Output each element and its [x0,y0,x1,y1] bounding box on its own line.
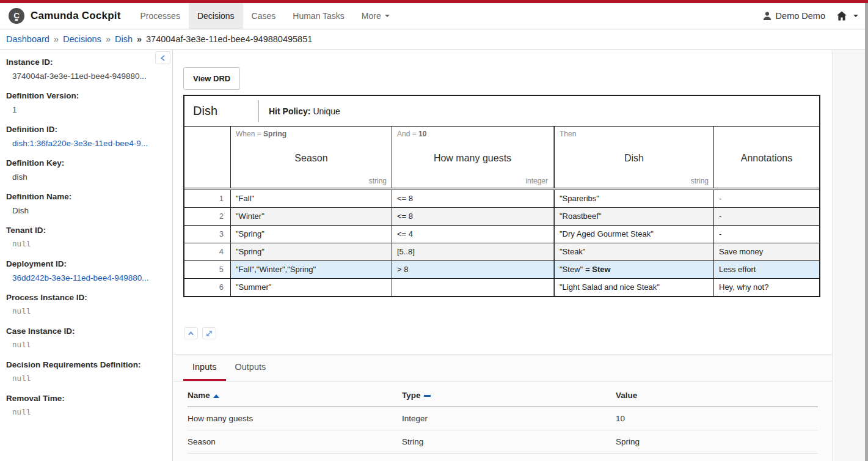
input-value: Spring [616,430,818,454]
tab-outputs[interactable]: Outputs [226,355,275,381]
rule-annotation: Hey, why not? [713,279,819,296]
field-label: Definition Key: [6,157,162,169]
breadcrumb-separator: » [106,34,111,44]
rule-guests: <= 4 [392,226,553,243]
field-process-instance-id: Process Instance ID: null [6,292,162,317]
field-value: null [6,306,162,317]
breadcrumb-separator: » [54,34,59,44]
input-value: 10 [616,407,818,430]
main-nav: Processes Decisions Cases Human Tasks Mo… [132,3,398,29]
nav-decisions[interactable]: Decisions [189,3,243,29]
rule-number: 3 [184,226,230,243]
rule-annotation: Save money [713,243,819,260]
dmn-column-headers: When = Spring Season string And = 10 How… [184,127,819,188]
breadcrumb-dashboard[interactable]: Dashboard [6,34,49,44]
home-menu[interactable] [836,11,858,21]
rule-dish: "Light Salad and nice Steak" [553,279,713,296]
dmn-annotations-header: Annotations [713,127,819,188]
app-title: Camunda Cockpit [31,10,121,22]
field-label: Instance ID: [6,56,162,68]
field-definition-key: Definition Key: dish [6,157,162,183]
output-clause: Then [560,130,576,138]
dmn-rule-row: 1 "Fall" <= 8 "Spareribs" - [184,190,819,207]
user-icon [762,11,772,21]
nav-more[interactable]: More [353,3,398,29]
svg-text:C: C [13,11,20,20]
brand[interactable]: C Camunda Cockpit [0,3,132,29]
breadcrumb: Dashboard » Decisions » Dish » 374004af-… [0,29,868,50]
field-label: Removal Time: [6,393,162,404]
caret-down-icon [853,15,858,17]
field-case-instance-id: Case Instance ID: null [6,325,162,351]
main-content: View DRD Dish Hit Policy:Unique When = S… [173,50,832,461]
vertical-scrollbar[interactable] [865,3,868,461]
field-definition-name: Definition Name: Dish [6,191,162,216]
divider [258,100,259,122]
sort-ascending-icon [213,394,219,398]
input-row: How many guests Integer 10 [188,407,818,430]
deployment-id-link[interactable]: 36dd242b-3e3e-11ed-bee4-949880... [6,273,162,284]
panel-expand-button[interactable] [202,327,216,339]
field-value: dish [6,172,162,183]
rule-number: 5 [184,261,230,278]
dmn-table-header: Dish Hit Policy:Unique [184,96,819,127]
field-value: Dish [6,205,162,216]
dmn-rule-row: 6 "Summer" "Light Salad and nice Steak" … [184,278,819,296]
field-label: Case Instance ID: [6,325,162,337]
definition-id-link[interactable]: dish:1:36fa220e-3e3e-11ed-bee4-9... [6,138,162,149]
field-definition-version: Definition Version: 1 [6,90,162,116]
breadcrumb-current-id: 374004af-3e3e-11ed-bee4-949880495851 [146,34,312,44]
rule-guests: > 8 [392,261,553,278]
hit-policy-label: Hit Policy: [269,106,310,116]
right-gutter [832,50,868,461]
sidebar-collapse-button[interactable] [155,51,170,64]
column-header-type[interactable]: Type [402,382,616,407]
column-header-label: Name [188,391,210,400]
field-value: 1 [6,105,162,116]
column-header-name[interactable]: Name [188,382,402,407]
rule-number: 1 [184,190,230,207]
user-menu[interactable]: Demo Demo [762,11,825,21]
rule-season: "Fall" [230,190,392,207]
view-drd-button[interactable]: View DRD [183,67,240,90]
panel-collapse-button[interactable] [184,327,198,339]
rule-guests [392,279,553,296]
field-label: Definition Name: [6,191,162,202]
field-decision-requirements-definition: Decision Requirements Definition: null [6,359,162,385]
field-value: null [6,239,162,250]
io-panel: Inputs Outputs Name Type Value [173,354,832,461]
rule-dish: "Spareribs" [553,190,713,207]
rule-number: 6 [184,279,230,296]
rule-season: "Fall","Winter","Spring" [230,261,392,278]
chevron-up-icon [187,330,195,337]
rule-dish: "Dry Aged Gourmet Steak" [553,226,713,243]
expand-icon [205,330,213,337]
rule-annotation: - [713,208,819,225]
tab-inputs[interactable]: Inputs [183,355,226,381]
breadcrumb-decisions[interactable]: Decisions [63,34,101,44]
rule-season: "Spring" [230,226,392,243]
field-label: Tenant ID: [6,224,162,236]
nav-human-tasks[interactable]: Human Tasks [284,3,353,29]
dmn-rule-row: 3 "Spring" <= 4 "Dry Aged Gourmet Steak"… [184,225,819,243]
chevron-left-icon [159,54,167,62]
dmn-rules: 1 "Fall" <= 8 "Spareribs" - 2 "Winter" <… [184,190,819,296]
field-deployment-id: Deployment ID: 36dd242b-3e3e-11ed-bee4-9… [6,258,162,284]
home-icon [836,11,847,21]
field-label: Deployment ID: [6,258,162,270]
field-definition-id: Definition ID: dish:1:36fa220e-3e3e-11ed… [6,124,162,149]
breadcrumb-dish[interactable]: Dish [115,34,133,44]
instance-details-sidebar: Instance ID: 374004af-3e3e-11ed-bee4-949… [0,50,173,461]
sort-none-icon [424,395,431,397]
field-label: Decision Requirements Definition: [6,359,162,371]
inputs-table-header-row: Name Type Value [188,382,818,407]
column-header-label: Type [402,391,421,400]
decision-name: Dish [193,104,258,118]
rule-dish: "Roastbeef" [553,208,713,225]
app-header: C Camunda Cockpit Processes Decisions Ca… [0,3,868,29]
inputs-table: Name Type Value How many guests Integer … [188,382,818,454]
nav-processes[interactable]: Processes [132,3,189,29]
nav-cases[interactable]: Cases [243,3,285,29]
field-value: null [6,374,162,385]
rule-annotation: - [713,190,819,207]
